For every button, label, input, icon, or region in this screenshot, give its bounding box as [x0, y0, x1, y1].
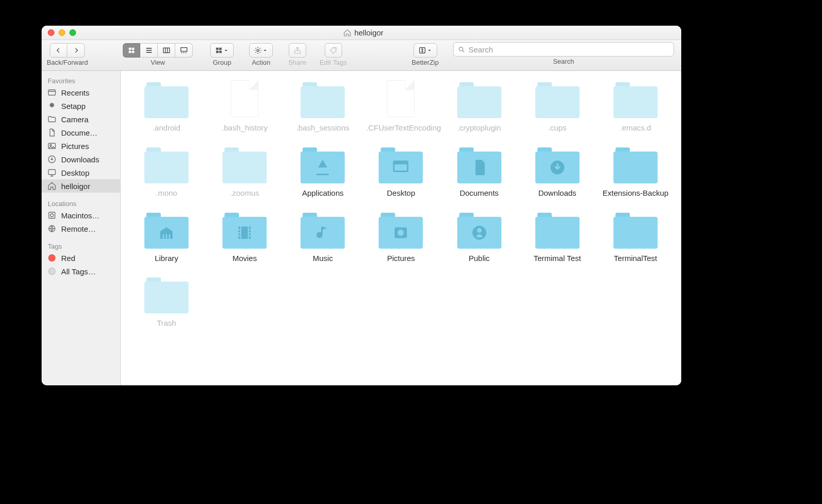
tag-dot-icon [47, 267, 57, 276]
window-controls [42, 29, 76, 36]
window-title: helloigor [76, 28, 650, 37]
folder-icon [457, 80, 501, 118]
documents-icon [47, 128, 57, 137]
setapp-icon [47, 101, 57, 110]
file-item[interactable]: .android [130, 80, 203, 133]
sidebar-item-favorite[interactable]: Desktop [42, 166, 120, 179]
sidebar: Favorites RecentsSetappCameraDocume…Pict… [42, 71, 121, 385]
file-item[interactable]: Public [443, 211, 516, 264]
file-item[interactable]: TerminalTest [599, 211, 672, 264]
view-icons-button[interactable] [123, 43, 140, 58]
toolbar: Back/Forward View Group Action [42, 40, 681, 71]
file-item[interactable]: Movies [208, 211, 281, 264]
sidebar-item-favorite[interactable]: Pictures [42, 139, 120, 153]
file-item-label: Public [469, 254, 490, 264]
file-item[interactable]: Trash [130, 275, 203, 328]
file-item[interactable]: Documents [443, 145, 516, 198]
group-button[interactable] [210, 43, 234, 58]
folder-icon [144, 80, 189, 118]
chevron-left-icon [55, 47, 62, 54]
view-columns-button[interactable] [158, 43, 175, 58]
back-button[interactable] [50, 43, 67, 58]
sidebar-item-label: Downloads [61, 155, 99, 164]
share-button[interactable] [289, 43, 306, 58]
folder-icon [613, 80, 658, 118]
titlebar[interactable]: helloigor [42, 26, 681, 40]
file-item[interactable]: .CFUserTextEncoding [364, 80, 437, 133]
forward-button[interactable] [67, 43, 85, 58]
search-placeholder: Search [469, 45, 493, 54]
file-item[interactable]: Downloads [521, 145, 594, 198]
file-item[interactable]: .bash_sessions [286, 80, 359, 133]
view-gallery-button[interactable] [175, 43, 193, 58]
file-item[interactable]: Applications [286, 145, 359, 198]
list-icon [145, 46, 153, 54]
folder-icon [222, 145, 267, 183]
file-item[interactable]: .cryptoplugin [443, 80, 516, 133]
file-item[interactable]: .emacs.d [599, 80, 672, 133]
downloads-icon [47, 155, 57, 164]
file-item-label: .bash_history [222, 123, 268, 133]
sidebar-item-label: Remote… [61, 225, 96, 233]
chevron-down-icon [223, 47, 229, 53]
sidebar-item-label: All Tags… [61, 267, 96, 276]
sidebar-item-label: Pictures [61, 142, 89, 151]
zoom-button[interactable] [69, 29, 76, 36]
file-item[interactable]: .zoomus [208, 145, 281, 198]
favorites-header: Favorites [42, 74, 120, 86]
sidebar-item-favorite[interactable]: Docume… [42, 126, 120, 139]
folder-icon [144, 211, 189, 249]
file-item-label: Documents [460, 189, 499, 198]
share-label: Share [288, 59, 306, 66]
file-item[interactable]: Music [286, 211, 359, 264]
edit-tags-button[interactable] [325, 43, 342, 58]
file-item[interactable]: Extensions-Backup [599, 145, 672, 198]
chevron-down-icon [426, 47, 433, 53]
action-button[interactable] [249, 43, 273, 58]
sidebar-item-label: Desktop [61, 169, 89, 177]
file-item[interactable]: Library [130, 211, 203, 264]
file-item[interactable]: .bash_history [208, 80, 281, 133]
sidebar-item-favorite[interactable]: Camera [42, 113, 120, 126]
file-item[interactable]: .cups [521, 80, 594, 133]
betterzip-button[interactable] [414, 43, 437, 58]
sidebar-item-label: Docume… [61, 128, 98, 137]
minimize-button[interactable] [59, 29, 65, 36]
sidebar-item-tag[interactable]: All Tags… [42, 265, 120, 278]
sidebar-item-favorite[interactable]: Setapp [42, 99, 120, 113]
grid-icon [215, 46, 223, 54]
folder-icon [144, 145, 189, 183]
sidebar-item-label: Setapp [61, 102, 86, 110]
view-list-button[interactable] [140, 43, 158, 58]
betterzip-label: BetterZip [412, 59, 439, 66]
sidebar-item-favorite[interactable]: Downloads [42, 153, 120, 166]
gear-icon [254, 46, 262, 54]
locations-header: Locations [42, 197, 120, 209]
share-icon [293, 46, 302, 54]
folder-icon [301, 80, 345, 118]
folder-icon [457, 145, 501, 183]
document-icon [222, 80, 267, 118]
sidebar-item-tag[interactable]: Red [42, 251, 120, 265]
folder-icon [379, 145, 423, 183]
archive-icon [418, 46, 426, 54]
folder-icon [301, 211, 345, 249]
file-item[interactable]: .mono [130, 145, 203, 198]
back-forward-label: Back/Forward [47, 59, 88, 66]
file-item-label: .zoomus [230, 189, 259, 198]
file-item-label: Extensions-Backup [603, 189, 668, 198]
sidebar-item-location[interactable]: Remote… [42, 222, 120, 235]
sidebar-item-favorite[interactable]: helloigor [42, 179, 120, 193]
file-item[interactable]: Termimal Test [521, 211, 594, 264]
action-label: Action [252, 59, 270, 66]
search-input[interactable]: Search [453, 42, 674, 57]
content-area[interactable]: .android.bash_history.bash_sessions.CFUs… [121, 71, 681, 385]
folder-icon [379, 211, 423, 249]
sidebar-item-favorite[interactable]: Recents [42, 86, 120, 99]
sidebar-item-label: Red [61, 254, 76, 263]
file-item[interactable]: Desktop [364, 145, 437, 198]
file-item[interactable]: Pictures [364, 211, 437, 264]
edit-tags-label: Edit Tags [320, 59, 347, 66]
close-button[interactable] [48, 29, 54, 36]
sidebar-item-location[interactable]: Macintos… [42, 209, 120, 222]
